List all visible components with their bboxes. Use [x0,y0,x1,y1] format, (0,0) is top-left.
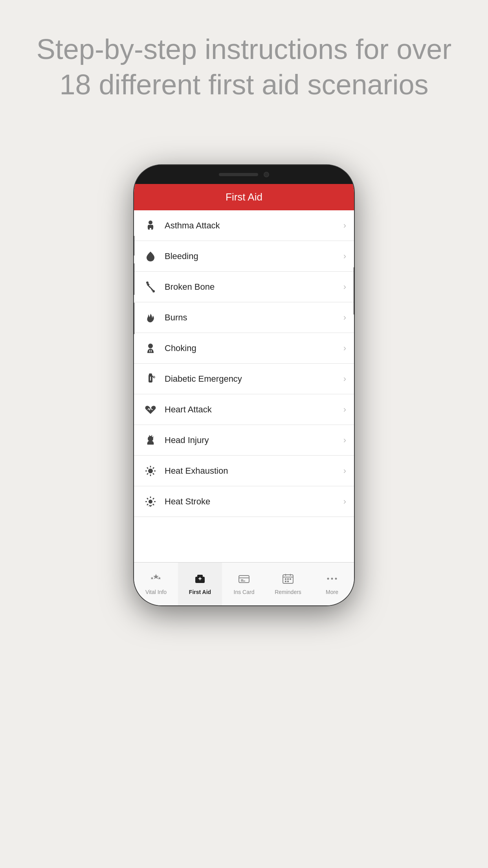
svg-point-9 [148,469,153,473]
svg-rect-31 [239,576,249,583]
svg-rect-39 [285,578,286,580]
first-aid-label: First Aid [189,589,211,595]
head-chevron: › [343,435,346,445]
side-button-vol-up [134,263,134,295]
svg-line-16 [153,467,154,469]
broken-bone-label: Broken Bone [165,282,343,292]
heat-exhaustion-chevron: › [343,466,346,476]
choking-icon [142,340,159,357]
asthma-label: Asthma Attack [165,221,343,231]
phone-screen: First Aid Asthma Attack › [134,184,354,605]
heat-stroke-icon [142,493,159,510]
head-injury-icon [142,432,159,449]
burns-icon [142,309,159,326]
list-item-heart[interactable]: Heart Attack › [134,394,354,425]
side-button-power [354,267,354,314]
list-item-asthma[interactable]: Asthma Attack › [134,210,354,241]
asthma-chevron: › [343,221,346,231]
svg-line-15 [153,473,154,474]
burns-chevron: › [343,313,346,323]
broken-bone-icon [142,278,159,296]
head-label: Head Injury [165,435,343,445]
heart-chevron: › [343,405,346,415]
first-aid-icon [194,573,206,587]
bleeding-icon [142,248,159,265]
more-icon [326,573,338,587]
burns-label: Burns [165,313,343,323]
tab-reminders[interactable]: Reminders [266,563,310,605]
list-item-broken-bone[interactable]: Broken Bone › [134,272,354,302]
bleeding-label: Bleeding [165,251,343,261]
heat-exhaustion-icon [142,462,159,480]
svg-line-17 [147,473,148,474]
list-item-heat-stroke[interactable]: Heat Stroke › [134,486,354,517]
tab-ins-card[interactable]: Ins Card [222,563,266,605]
heat-stroke-label: Heat Stroke [165,497,343,507]
diabetic-label: Diabetic Emergency [165,374,343,384]
choking-chevron: › [343,343,346,353]
reminders-icon [282,573,294,587]
side-button-mute [134,236,134,256]
tab-more[interactable]: More [310,563,354,605]
heat-stroke-chevron: › [343,497,346,507]
svg-point-3 [152,290,155,292]
svg-line-24 [153,504,154,505]
svg-point-44 [327,578,329,580]
svg-rect-43 [287,581,289,582]
svg-point-46 [335,578,337,580]
svg-rect-41 [290,578,291,580]
list-item-head[interactable]: Head Injury › [134,425,354,456]
bleeding-chevron: › [343,251,346,261]
list-item-diabetic[interactable]: Diabetic Emergency › [134,364,354,394]
diabetic-chevron: › [343,374,346,384]
svg-rect-30 [200,577,200,580]
asthma-icon [142,217,159,234]
heart-icon [142,401,159,418]
svg-point-4 [148,344,153,348]
svg-rect-1 [149,223,152,224]
front-camera [264,172,269,177]
svg-rect-42 [285,581,286,582]
more-label: More [326,589,338,595]
reminders-label: Reminders [275,589,301,595]
side-button-vol-down [134,303,134,334]
svg-line-26 [147,504,148,505]
hero-text: Step-by-step instructions for over 18 di… [0,0,488,118]
heart-label: Heart Attack [165,405,343,415]
svg-line-14 [147,467,148,469]
app-header-title: First Aid [226,191,262,203]
heat-exhaustion-label: Heat Exhaustion [165,466,343,476]
svg-line-25 [153,498,154,499]
list-item-bleeding[interactable]: Bleeding › [134,241,354,272]
vital-info-icon [150,573,162,587]
svg-point-45 [331,578,333,580]
broken-bone-chevron: › [343,282,346,292]
list-item-heat-exhaustion[interactable]: Heat Exhaustion › [134,456,354,486]
svg-point-2 [146,281,149,284]
list-container: Asthma Attack › Bleeding › [134,210,354,562]
diabetic-icon [142,370,159,388]
tab-first-aid[interactable]: First Aid [178,563,222,605]
list-item-burns[interactable]: Burns › [134,302,354,333]
svg-point-18 [149,500,152,504]
phone-frame: First Aid Asthma Attack › [134,165,354,605]
choking-label: Choking [165,343,343,353]
list-item-choking[interactable]: Choking › [134,333,354,364]
svg-point-8 [148,436,153,441]
ins-card-label: Ins Card [234,589,255,595]
vital-info-label: Vital Info [145,589,167,595]
tab-bar: Vital Info First Aid [134,562,354,605]
svg-rect-40 [287,578,289,580]
app-header: First Aid [134,184,354,210]
speaker-grill [219,173,258,176]
tab-vital-info[interactable]: Vital Info [134,563,178,605]
phone-top-bar [134,165,354,184]
svg-line-23 [147,498,148,499]
ins-card-icon [238,573,250,587]
